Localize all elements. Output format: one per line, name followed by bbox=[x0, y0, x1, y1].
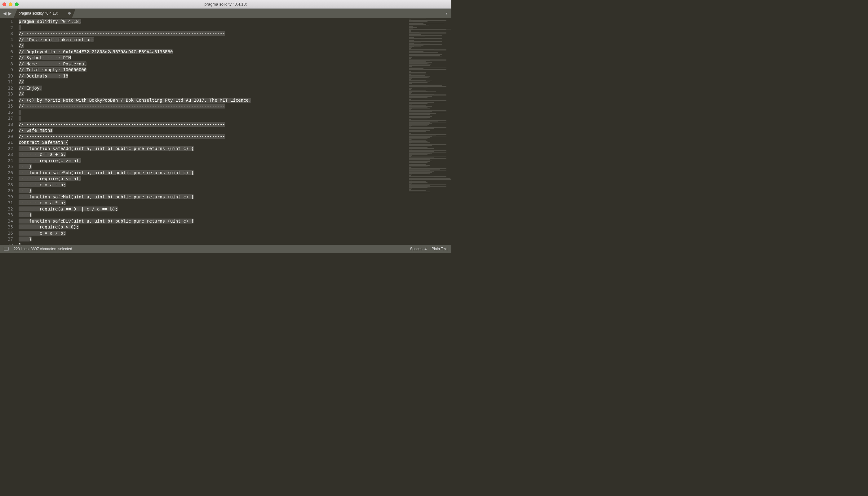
modified-indicator-icon bbox=[68, 12, 71, 15]
panel-switcher-icon[interactable] bbox=[4, 247, 9, 251]
title-bar: pragma solidity ^0.4.18; bbox=[0, 0, 451, 9]
minimap[interactable] bbox=[408, 18, 451, 245]
maximize-button[interactable] bbox=[15, 2, 19, 6]
close-button[interactable] bbox=[2, 2, 6, 6]
selection-status: 223 lines, 8897 characters selected bbox=[14, 247, 72, 251]
code-line[interactable]: ········c·=·a·-·b; bbox=[19, 182, 408, 188]
line-number: 23 bbox=[0, 152, 13, 158]
line-number: 4 bbox=[0, 37, 13, 43]
line-number: 19 bbox=[0, 127, 13, 134]
code-line[interactable]: pragma·solidity·^0.4.18; bbox=[19, 19, 408, 25]
line-number: 29 bbox=[0, 188, 13, 194]
code-line[interactable]: // bbox=[19, 91, 408, 97]
line-number: 38 bbox=[0, 243, 13, 245]
code-line[interactable]: ····} bbox=[19, 188, 408, 194]
code-line[interactable]: ········require(a·==·0·||·c·/·a·==·b); bbox=[19, 206, 408, 212]
line-number-gutter: 1234567891011121314151617181920212223242… bbox=[0, 18, 16, 245]
minimap-line bbox=[409, 179, 451, 180]
minimap-line bbox=[409, 148, 434, 149]
line-number: 24 bbox=[0, 158, 13, 164]
code-line[interactable]: ········require(b·>·0); bbox=[19, 224, 408, 230]
line-number: 17 bbox=[0, 115, 13, 122]
code-line[interactable]: ········c·=·a·/·b; bbox=[19, 230, 408, 236]
code-line[interactable]: //·Safe·maths bbox=[19, 127, 408, 134]
code-line[interactable]: // bbox=[19, 79, 408, 85]
line-number: 14 bbox=[0, 97, 13, 104]
code-line[interactable]: ····function·safeAdd(uint·a,·uint·b)·pub… bbox=[19, 146, 408, 152]
line-number: 35 bbox=[0, 224, 13, 230]
code-line[interactable]: //·Total·supply:·100000000 bbox=[19, 67, 408, 73]
code-line[interactable]: //·Name········:·Posternut bbox=[19, 61, 408, 67]
code-line[interactable]: ····function·safeMul(uint·a,·uint·b)·pub… bbox=[19, 194, 408, 200]
tab-bar: ◀ ▶ pragma solidity ^0.4.18; ▼ bbox=[0, 9, 451, 18]
nav-back-icon[interactable]: ◀ bbox=[3, 11, 6, 16]
code-line[interactable]: //·Enjoy. bbox=[19, 85, 408, 91]
line-number: 12 bbox=[0, 85, 13, 91]
line-number: 2 bbox=[0, 25, 13, 31]
line-number: 22 bbox=[0, 146, 13, 152]
status-bar: 223 lines, 8897 characters selected Spac… bbox=[0, 245, 451, 253]
line-number: 15 bbox=[0, 103, 13, 109]
line-number: 28 bbox=[0, 182, 13, 188]
line-number: 34 bbox=[0, 218, 13, 224]
file-tab[interactable]: pragma solidity ^0.4.18; bbox=[14, 9, 76, 18]
code-line[interactable]: //·Symbol······:·PTN bbox=[19, 55, 408, 61]
minimap-line bbox=[409, 91, 436, 92]
line-number: 10 bbox=[0, 73, 13, 79]
code-line[interactable]: //·-------------------------------------… bbox=[19, 122, 408, 128]
line-number: 20 bbox=[0, 134, 13, 140]
editor-container: 1234567891011121314151617181920212223242… bbox=[0, 18, 451, 245]
line-number: 27 bbox=[0, 176, 13, 182]
code-line[interactable]: //·(c)·by·Moritz·Neto·with·BokkyPooBah·/… bbox=[19, 97, 408, 104]
line-number: 6 bbox=[0, 49, 13, 55]
line-number: 36 bbox=[0, 230, 13, 236]
code-line[interactable]: ········require(b·<=·a); bbox=[19, 176, 408, 182]
traffic-lights bbox=[2, 2, 19, 6]
code-line[interactable]: // bbox=[19, 43, 408, 49]
line-number: 31 bbox=[0, 200, 13, 206]
code-line[interactable] bbox=[19, 25, 408, 31]
code-line[interactable]: ····} bbox=[19, 236, 408, 243]
minimap-line bbox=[409, 74, 428, 74]
code-line[interactable]: ····function·safeDiv(uint·a,·uint·b)·pub… bbox=[19, 218, 408, 224]
tab-label: pragma solidity ^0.4.18; bbox=[19, 11, 66, 16]
indentation-status[interactable]: Spaces: 4 bbox=[410, 247, 427, 251]
line-number: 33 bbox=[0, 212, 13, 218]
code-line[interactable]: //·-------------------------------------… bbox=[19, 31, 408, 37]
line-number: 13 bbox=[0, 91, 13, 97]
line-number: 30 bbox=[0, 194, 13, 200]
line-number: 5 bbox=[0, 43, 13, 49]
editor-body[interactable]: pragma·solidity·^0.4.18; //·------------… bbox=[16, 18, 408, 245]
code-line[interactable]: ····} bbox=[19, 212, 408, 218]
code-line[interactable]: //·Deployed·to·:·0x1dE44F32c21808d2a9639… bbox=[19, 49, 408, 55]
code-line[interactable]: //·Decimals····:·18 bbox=[19, 73, 408, 79]
minimap-line bbox=[409, 191, 430, 192]
code-line[interactable]: //·-------------------------------------… bbox=[19, 134, 408, 140]
code-line[interactable]: contract·SafeMath·{ bbox=[19, 140, 408, 146]
code-line[interactable]: } bbox=[19, 243, 408, 245]
minimap-line bbox=[409, 29, 446, 30]
code-line[interactable] bbox=[19, 109, 408, 115]
code-line[interactable]: //·-------------------------------------… bbox=[19, 103, 408, 109]
code-line[interactable]: ········c·=·a·+·b; bbox=[19, 152, 408, 158]
window-title: pragma solidity ^0.4.18; bbox=[205, 2, 247, 6]
line-number: 7 bbox=[0, 55, 13, 61]
line-number: 3 bbox=[0, 31, 13, 37]
nav-forward-icon[interactable]: ▶ bbox=[9, 11, 12, 16]
minimap-line bbox=[409, 19, 425, 19]
tab-dropdown-icon[interactable]: ▼ bbox=[445, 12, 448, 15]
minimize-button[interactable] bbox=[9, 2, 12, 6]
code-line[interactable]: ····function·safeSub(uint·a,·uint·b)·pub… bbox=[19, 170, 408, 176]
line-number: 26 bbox=[0, 170, 13, 176]
line-number: 8 bbox=[0, 61, 13, 67]
line-number: 21 bbox=[0, 140, 13, 146]
line-number: 32 bbox=[0, 206, 13, 212]
code-line[interactable]: ········c·=·a·*·b; bbox=[19, 200, 408, 206]
code-line[interactable]: ········require(c·>=·a); bbox=[19, 158, 408, 164]
code-line[interactable] bbox=[19, 115, 408, 122]
line-number: 37 bbox=[0, 236, 13, 243]
code-line[interactable]: ····} bbox=[19, 164, 408, 170]
syntax-status[interactable]: Plain Text bbox=[432, 247, 448, 251]
line-number: 1 bbox=[0, 19, 13, 25]
code-line[interactable]: //·'Posternut'·token·contract bbox=[19, 37, 408, 43]
